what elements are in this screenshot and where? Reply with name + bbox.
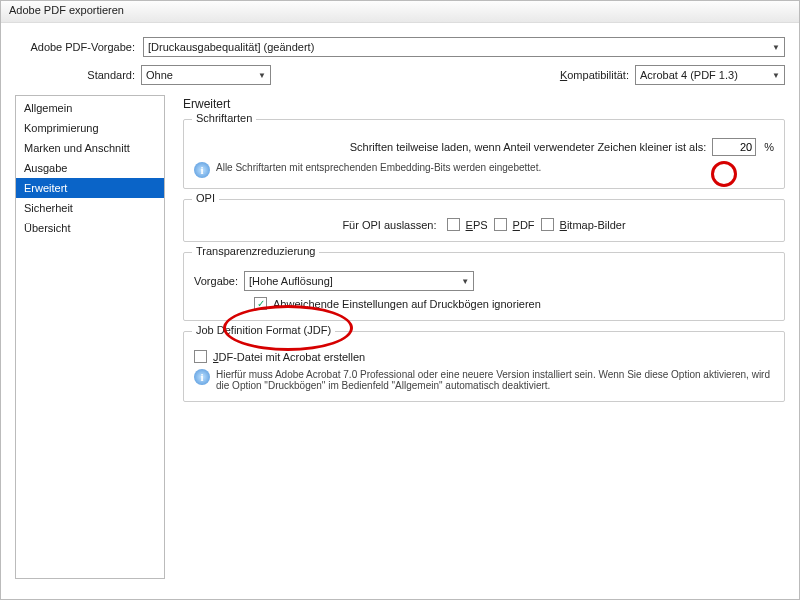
sidebar-item-marken[interactable]: Marken und Anschnitt: [16, 138, 164, 158]
sidebar-item-label: Komprimierung: [24, 122, 99, 134]
standard-value: Ohne: [146, 69, 173, 81]
preset-value: [Druckausgabequalität] (geändert): [148, 41, 314, 53]
compat-dropdown[interactable]: Acrobat 4 (PDF 1.3) ▼: [635, 65, 785, 85]
main-panel: Erweitert Schriftarten Schriften teilwei…: [165, 95, 785, 579]
preset-row: Adobe PDF-Vorgabe: [Druckausgabequalität…: [1, 23, 799, 61]
opi-group-title: OPI: [192, 192, 219, 204]
fonts-group: Schriftarten Schriften teilweise laden, …: [183, 119, 785, 189]
opi-eps-label: EPS: [466, 219, 488, 231]
opi-bitmap-checkbox[interactable]: [541, 218, 554, 231]
standard-label: Standard:: [15, 69, 135, 81]
chevron-down-icon: ▼: [461, 277, 469, 286]
sidebar: Allgemein Komprimierung Marken und Ansch…: [15, 95, 165, 579]
fonts-group-title: Schriftarten: [192, 112, 256, 124]
trans-preset-dropdown[interactable]: [Hohe Auflösung] ▼: [244, 271, 474, 291]
standard-compat-row: Standard: Ohne ▼ Kompatibilität: Acrobat…: [1, 61, 799, 95]
sidebar-item-label: Erweitert: [24, 182, 67, 194]
sidebar-item-sicherheit[interactable]: Sicherheit: [16, 198, 164, 218]
subset-label: Schriften teilweise laden, wenn Anteil v…: [350, 141, 706, 153]
sidebar-item-komprimierung[interactable]: Komprimierung: [16, 118, 164, 138]
jdf-create-label: JDF-Datei mit Acrobat erstellen: [213, 351, 365, 363]
info-icon: i: [194, 162, 210, 178]
jdf-group: Job Definition Format (JDF) JDF-Datei mi…: [183, 331, 785, 402]
opi-bitmap-label: Bitmap-Bilder: [560, 219, 626, 231]
opi-pdf-label: PDF: [513, 219, 535, 231]
compat-label: Kompatibilität:: [560, 69, 629, 81]
standard-dropdown[interactable]: Ohne ▼: [141, 65, 271, 85]
jdf-group-title: Job Definition Format (JDF): [192, 324, 335, 336]
fonts-info-text: Alle Schriftarten mit entsprechenden Emb…: [216, 162, 541, 173]
dialog-body: Allgemein Komprimierung Marken und Ansch…: [1, 95, 799, 593]
transparency-group: Transparenzreduzierung Vorgabe: [Hohe Au…: [183, 252, 785, 321]
pdf-export-dialog: Adobe PDF exportieren Adobe PDF-Vorgabe:…: [0, 0, 800, 600]
opi-eps-checkbox[interactable]: [447, 218, 460, 231]
preset-dropdown[interactable]: [Druckausgabequalität] (geändert) ▼: [143, 37, 785, 57]
chevron-down-icon: ▼: [258, 71, 266, 80]
jdf-create-checkbox[interactable]: [194, 350, 207, 363]
sidebar-item-label: Sicherheit: [24, 202, 73, 214]
info-icon: i: [194, 369, 210, 385]
jdf-info-text: Hierfür muss Adobe Acrobat 7.0 Professio…: [216, 369, 774, 391]
opi-label: Für OPI auslassen:: [342, 219, 436, 231]
subset-percent-input[interactable]: [712, 138, 756, 156]
opi-pdf-checkbox[interactable]: [494, 218, 507, 231]
trans-ignore-label: Abweichende Einstellungen auf Druckbögen…: [273, 298, 541, 310]
sidebar-item-label: Allgemein: [24, 102, 72, 114]
window-title: Adobe PDF exportieren: [9, 4, 124, 16]
sidebar-item-allgemein[interactable]: Allgemein: [16, 98, 164, 118]
sidebar-item-label: Übersicht: [24, 222, 70, 234]
opi-group: OPI Für OPI auslassen: EPS PDF Bitmap-Bi…: [183, 199, 785, 242]
preset-label: Adobe PDF-Vorgabe:: [15, 41, 135, 53]
chevron-down-icon: ▼: [772, 43, 780, 52]
trans-preset-value: [Hohe Auflösung]: [249, 275, 333, 287]
transparency-group-title: Transparenzreduzierung: [192, 245, 319, 257]
compat-value: Acrobat 4 (PDF 1.3): [640, 69, 738, 81]
sidebar-item-uebersicht[interactable]: Übersicht: [16, 218, 164, 238]
page-title: Erweitert: [183, 97, 785, 111]
trans-preset-label: Vorgabe:: [194, 275, 238, 287]
window-titlebar: Adobe PDF exportieren: [1, 1, 799, 23]
subset-suffix: %: [764, 141, 774, 153]
sidebar-item-erweitert[interactable]: Erweitert: [16, 178, 164, 198]
sidebar-item-ausgabe[interactable]: Ausgabe: [16, 158, 164, 178]
sidebar-item-label: Marken und Anschnitt: [24, 142, 130, 154]
sidebar-item-label: Ausgabe: [24, 162, 67, 174]
chevron-down-icon: ▼: [772, 71, 780, 80]
jdf-info-row: i Hierfür muss Adobe Acrobat 7.0 Profess…: [194, 369, 774, 391]
fonts-info-row: i Alle Schriftarten mit entsprechenden E…: [194, 162, 774, 178]
trans-ignore-checkbox[interactable]: [254, 297, 267, 310]
